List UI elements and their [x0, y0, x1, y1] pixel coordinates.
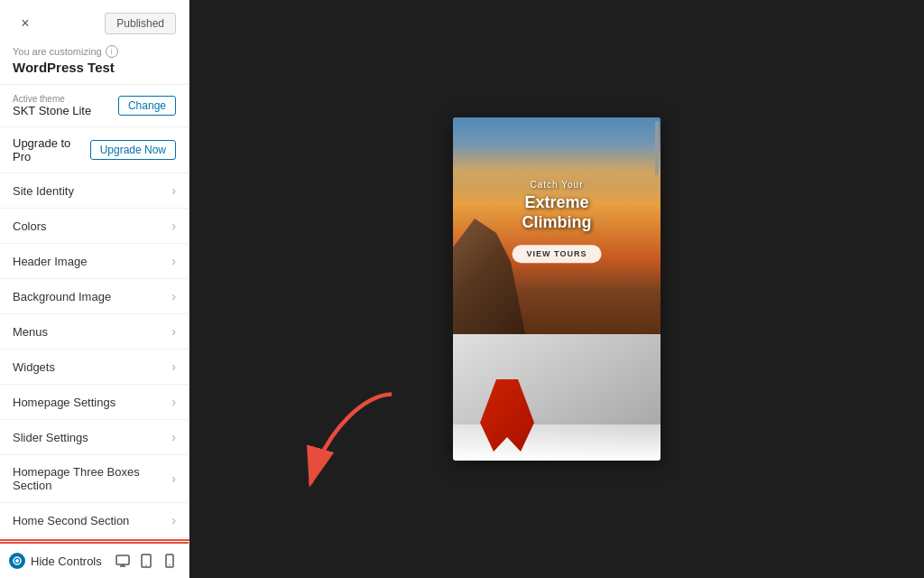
theme-info: Active theme SKT Stone Lite	[13, 94, 91, 117]
header-top-row: × Published	[13, 11, 176, 36]
customizer-menu-list: Site Identity › Colors › Header Image › …	[0, 173, 189, 542]
sidebar-item-colors[interactable]: Colors ›	[0, 209, 189, 244]
chevron-icon: ›	[171, 219, 176, 233]
preview-second-section	[453, 334, 661, 461]
menu-item-label: Slider Settings	[13, 431, 88, 444]
customizer-sidebar: × Published You are customizing i WordPr…	[0, 0, 189, 578]
svg-rect-2	[116, 555, 129, 564]
second-section-image	[453, 334, 661, 461]
chevron-icon: ›	[171, 471, 176, 486]
menu-item-label: Menus	[13, 325, 48, 339]
tablet-view-button[interactable]	[136, 551, 156, 571]
chevron-icon: ›	[171, 324, 176, 339]
sidebar-item-homepage-three-boxes[interactable]: Homepage Three Boxes Section ›	[0, 455, 189, 503]
upgrade-now-button[interactable]: Upgrade Now	[90, 140, 176, 160]
chevron-icon: ›	[171, 395, 176, 409]
menu-item-label: Widgets	[13, 360, 55, 374]
arrow-annotation	[262, 376, 424, 506]
chevron-icon: ›	[171, 359, 176, 374]
mobile-view-button[interactable]	[160, 551, 180, 571]
menu-item-label: Homepage Three Boxes Section	[13, 465, 171, 492]
hide-controls-icon	[9, 553, 25, 569]
sidebar-item-homepage-settings[interactable]: Homepage Settings ›	[0, 385, 189, 420]
theme-label: Active theme	[13, 94, 91, 104]
info-icon[interactable]: i	[106, 45, 118, 58]
theme-name: SKT Stone Lite	[13, 104, 91, 117]
change-theme-button[interactable]: Change	[118, 96, 176, 116]
customizing-label: You are customizing i	[13, 45, 176, 58]
hero-cta-button[interactable]: VIEW TOURS	[513, 245, 602, 263]
site-title: WordPress Test	[13, 60, 176, 75]
menu-item-label: Colors	[13, 219, 47, 233]
sidebar-header: × Published You are customizing i WordPr…	[0, 0, 189, 85]
hide-controls-button[interactable]: Hide Controls	[9, 553, 106, 569]
close-button[interactable]: ×	[13, 11, 38, 36]
theme-section: Active theme SKT Stone Lite Change	[0, 85, 189, 127]
sidebar-item-slider-settings[interactable]: Slider Settings ›	[0, 420, 189, 455]
sidebar-item-menus[interactable]: Menus ›	[0, 314, 189, 350]
menu-item-label: Home Second Section	[13, 514, 129, 527]
sidebar-bottom-bar: Hide Controls	[0, 542, 189, 578]
menu-item-label: Homepage Settings	[13, 396, 116, 409]
menu-item-label: Background Image	[13, 290, 111, 303]
menu-item-label: Site Identity	[13, 184, 74, 198]
site-preview: Catch Your Extreme Climbing VIEW TOURS	[453, 117, 661, 461]
chevron-icon: ›	[171, 289, 176, 303]
sidebar-item-site-identity[interactable]: Site Identity ›	[0, 173, 189, 209]
preview-hero-section: Catch Your Extreme Climbing VIEW TOURS	[453, 117, 661, 334]
preview-scrollbar	[655, 121, 659, 175]
chevron-icon: ›	[171, 254, 176, 268]
hero-subtitle: Catch Your	[505, 180, 609, 190]
hero-text: Catch Your Extreme Climbing VIEW TOURS	[505, 180, 609, 263]
hero-title: Extreme Climbing	[505, 193, 609, 232]
preview-area: Catch Your Extreme Climbing VIEW TOURS	[189, 0, 924, 578]
sidebar-item-home-second-section[interactable]: Home Second Section ›	[0, 503, 189, 538]
chevron-icon: ›	[171, 430, 176, 444]
sidebar-item-header-image[interactable]: Header Image ›	[0, 244, 189, 279]
chevron-icon: ›	[171, 513, 176, 527]
view-icons	[113, 551, 180, 571]
desktop-view-button[interactable]	[113, 551, 133, 571]
upgrade-text: Upgrade to Pro	[13, 136, 90, 163]
chevron-icon: ›	[171, 183, 176, 198]
menu-item-label: Header Image	[13, 255, 87, 268]
upgrade-section: Upgrade to Pro Upgrade Now	[0, 127, 189, 173]
svg-point-1	[15, 559, 19, 563]
published-badge: Published	[105, 13, 176, 34]
sidebar-item-background-image[interactable]: Background Image ›	[0, 279, 189, 314]
hide-controls-label: Hide Controls	[31, 555, 102, 568]
sidebar-item-widgets[interactable]: Widgets ›	[0, 350, 189, 385]
